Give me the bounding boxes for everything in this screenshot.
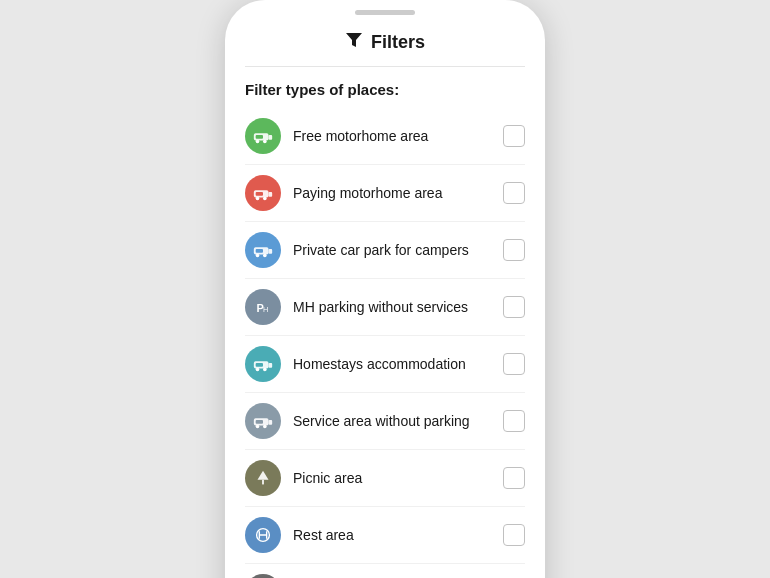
svg-rect-7 <box>269 192 273 197</box>
svg-point-14 <box>263 254 267 258</box>
rest-area-icon <box>245 517 281 553</box>
svg-rect-15 <box>256 249 263 253</box>
free-motorhome-checkbox[interactable] <box>503 125 525 147</box>
free-motorhome-label: Free motorhome area <box>293 128 491 144</box>
svg-point-13 <box>256 254 260 258</box>
homestays-label: Homestays accommodation <box>293 356 491 372</box>
phone-frame: Filters Filter types of places: Free mot… <box>225 0 545 578</box>
svg-marker-0 <box>346 33 362 47</box>
svg-point-9 <box>263 197 267 201</box>
camping-icon <box>245 574 281 578</box>
svg-rect-29 <box>262 480 264 485</box>
svg-point-20 <box>256 368 260 372</box>
homestays-checkbox[interactable] <box>503 353 525 375</box>
paying-motorhome-icon <box>245 175 281 211</box>
rest-area-checkbox[interactable] <box>503 524 525 546</box>
filter-item-free-motorhome[interactable]: Free motorhome area <box>245 108 525 165</box>
page-title: Filters <box>371 32 425 53</box>
svg-rect-27 <box>256 420 263 424</box>
svg-rect-22 <box>256 363 263 367</box>
mh-parking-label: MH parking without services <box>293 299 491 315</box>
svg-point-8 <box>256 197 260 201</box>
svg-point-3 <box>256 140 260 144</box>
private-car-park-label: Private car park for campers <box>293 242 491 258</box>
rest-area-label: Rest area <box>293 527 491 543</box>
filter-item-paying-motorhome[interactable]: Paying motorhome area <box>245 165 525 222</box>
homestays-icon <box>245 346 281 382</box>
service-area-label: Service area without parking <box>293 413 491 429</box>
section-title: Filter types of places: <box>225 67 545 108</box>
paying-motorhome-label: Paying motorhome area <box>293 185 491 201</box>
filter-item-mh-parking[interactable]: P H MH parking without services <box>245 279 525 336</box>
filter-item-camping[interactable]: Camping <box>245 564 525 578</box>
private-car-park-checkbox[interactable] <box>503 239 525 261</box>
filter-item-private-car-park[interactable]: Private car park for campers <box>245 222 525 279</box>
svg-marker-28 <box>258 471 269 480</box>
filter-funnel-icon <box>345 31 363 54</box>
svg-rect-2 <box>269 135 273 140</box>
svg-point-4 <box>263 140 267 144</box>
picnic-label: Picnic area <box>293 470 491 486</box>
svg-rect-10 <box>256 192 263 196</box>
picnic-checkbox[interactable] <box>503 467 525 489</box>
filter-item-picnic[interactable]: Picnic area <box>245 450 525 507</box>
svg-point-21 <box>263 368 267 372</box>
service-area-icon <box>245 403 281 439</box>
svg-point-26 <box>263 425 267 429</box>
header: Filters <box>225 15 545 66</box>
svg-point-25 <box>256 425 260 429</box>
filter-list: Free motorhome area Paying motorhome are… <box>225 108 545 578</box>
private-car-park-icon <box>245 232 281 268</box>
free-motorhome-icon <box>245 118 281 154</box>
filter-item-rest-area[interactable]: Rest area <box>245 507 525 564</box>
svg-rect-5 <box>256 135 263 139</box>
svg-rect-19 <box>269 363 273 368</box>
paying-motorhome-checkbox[interactable] <box>503 182 525 204</box>
filter-item-homestays[interactable]: Homestays accommodation <box>245 336 525 393</box>
filter-item-service-area[interactable]: Service area without parking <box>245 393 525 450</box>
picnic-icon <box>245 460 281 496</box>
svg-rect-12 <box>269 249 273 254</box>
svg-rect-24 <box>269 420 273 425</box>
mh-parking-checkbox[interactable] <box>503 296 525 318</box>
service-area-checkbox[interactable] <box>503 410 525 432</box>
mh-parking-icon: P H <box>245 289 281 325</box>
svg-text:H: H <box>263 305 268 314</box>
